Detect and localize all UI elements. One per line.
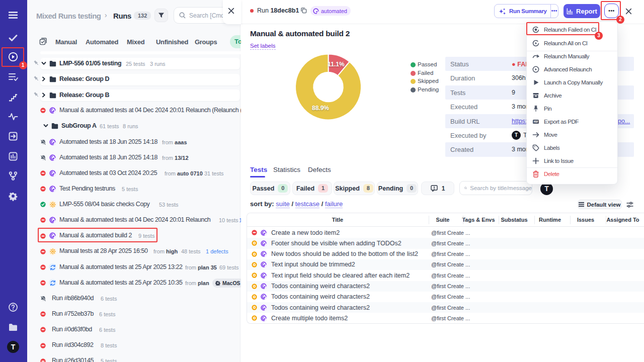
svg-text:11.1%: 11.1% xyxy=(328,61,345,68)
svg-text:88.9%: 88.9% xyxy=(312,105,329,112)
svg-text:PDF: PDF xyxy=(534,120,538,123)
